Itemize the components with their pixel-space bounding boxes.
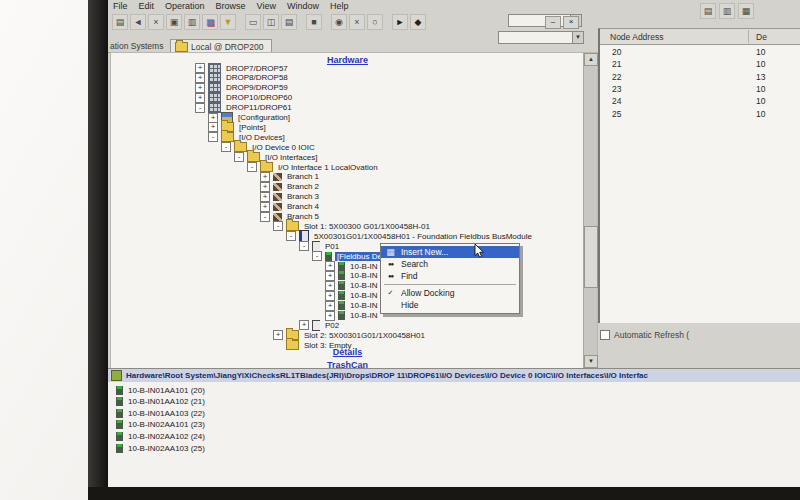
toolbar-printer-button[interactable]: ▤	[112, 14, 128, 30]
selected-path-bar[interactable]: Hardware\Root System\JiangYiXiChecksRL1T…	[108, 369, 800, 382]
panel-grid-button[interactable]: ▦	[738, 3, 754, 19]
hardware-title-link[interactable]: Hardware	[111, 55, 584, 65]
expand-toggle[interactable]: +	[273, 330, 283, 340]
device-list-item[interactable]: 10-B-IN02AA101 (23)	[116, 420, 205, 430]
menu-item-search[interactable]: ●●Search	[381, 258, 519, 270]
close-button[interactable]: ×	[563, 16, 579, 29]
toolbar-copy-page-button[interactable]: ▤	[281, 14, 297, 30]
expand-toggle[interactable]: +	[325, 301, 335, 311]
tree-row-branch-3[interactable]: +Branch 3	[260, 192, 321, 202]
panel-page-button[interactable]: ▤	[700, 3, 716, 19]
expand-toggle[interactable]: +	[195, 83, 205, 93]
device-list-item[interactable]: 10-B-IN02AA103 (25)	[116, 443, 205, 453]
tree-row-10-b-in[interactable]: +10-B-IN	[325, 271, 380, 281]
expand-toggle[interactable]: -	[234, 152, 244, 162]
menu-item-insert-new[interactable]: ▦Insert New...	[381, 246, 519, 258]
expand-toggle[interactable]: -	[286, 231, 296, 241]
expand-toggle[interactable]: +	[195, 73, 205, 83]
menu-view[interactable]: View	[257, 1, 276, 11]
toolbar-open-folder-button[interactable]: ▭	[245, 14, 261, 30]
column-node-address[interactable]: Node Address	[610, 32, 663, 42]
toolbar-copy-button[interactable]: ▣	[166, 14, 182, 30]
expand-toggle[interactable]: -	[260, 212, 270, 222]
tree-row-10-b-in[interactable]: +10-B-IN	[325, 261, 380, 271]
table-row[interactable]: 2213	[600, 72, 800, 84]
toolbar-undo-button[interactable]: ◄	[130, 14, 146, 30]
menu-item-find[interactable]: ●●Find	[381, 270, 519, 282]
table-row[interactable]: 2310	[600, 84, 800, 96]
device-list-item[interactable]: 10-B-IN01AA103 (22)	[116, 408, 205, 418]
toolbar-paste-button[interactable]: ▥	[184, 14, 200, 30]
toolbar-cut-button[interactable]: ×	[148, 14, 164, 30]
expand-toggle[interactable]: -	[299, 241, 309, 251]
tab-local-drop200[interactable]: Local @ DROP200	[170, 39, 272, 53]
toolbar-circle-button[interactable]: ○	[367, 14, 383, 30]
tree-row-i-o-device-0-ioic[interactable]: -I/O Device 0 IOIC	[221, 142, 317, 152]
menu-window[interactable]: Window	[287, 1, 319, 11]
device-list-item[interactable]: 10-B-IN01AA102 (21)	[116, 397, 205, 407]
scrollbar-thumb[interactable]	[584, 226, 598, 288]
scroll-up-button[interactable]: ▲	[584, 53, 598, 66]
toolbar-delete-button[interactable]: ×	[349, 14, 365, 30]
toolbar-board-button[interactable]: ■	[306, 14, 322, 30]
menu-edit[interactable]: Edit	[139, 1, 155, 11]
toolbar-run-button[interactable]: ►	[392, 14, 408, 30]
tree-row-points[interactable]: +[Points]	[208, 122, 268, 132]
expand-toggle[interactable]: +	[260, 172, 270, 182]
tree-row-branch-1[interactable]: +Branch 1	[260, 172, 321, 182]
tree-row-i-o-devices[interactable]: -[I/O Devices]	[208, 132, 287, 142]
menu-file[interactable]: File	[113, 1, 128, 11]
expand-toggle[interactable]: -	[312, 251, 322, 261]
menu-help[interactable]: Help	[330, 1, 349, 11]
tree-row-5x00301g01-1x00458h01-foundation-fieldbus-busmodule[interactable]: -5X00301G01/1X00458H01 - Foundation Fiel…	[286, 231, 534, 241]
expand-toggle[interactable]: -	[208, 132, 218, 142]
tree-row-10-b-in[interactable]: +10-B-IN	[325, 311, 380, 321]
expand-toggle[interactable]: +	[325, 271, 335, 281]
expand-toggle[interactable]: +	[208, 122, 218, 132]
expand-toggle[interactable]: +	[195, 93, 205, 103]
toolbar-navigate-button[interactable]: ◆	[410, 14, 426, 30]
expand-toggle[interactable]: -	[195, 103, 205, 113]
expand-toggle[interactable]: +	[195, 63, 205, 73]
device-list-item[interactable]: 10-B-IN01AA101 (20)	[116, 385, 205, 395]
tree-row-slot-2-5x00301g01-1x00458h01[interactable]: +Slot 2: 5X00301G01/1X00458H01	[273, 330, 427, 340]
tree-row-p01[interactable]: -P01	[299, 241, 341, 251]
tree-row-branch-4[interactable]: +Branch 4	[260, 202, 321, 212]
toolbar-palette-button[interactable]: ▦	[202, 14, 218, 30]
expand-toggle[interactable]: +	[299, 320, 309, 330]
column-device[interactable]: De	[756, 32, 767, 42]
table-row[interactable]: 2410	[600, 96, 800, 108]
expand-toggle[interactable]: +	[208, 113, 218, 123]
tree-scrollbar[interactable]: ▲ ▼	[583, 53, 597, 368]
menu-item-hide[interactable]: Hide	[381, 299, 519, 311]
menu-browse[interactable]: Browse	[216, 1, 246, 11]
expand-toggle[interactable]: +	[325, 311, 335, 321]
menu-operation[interactable]: Operation	[165, 1, 205, 11]
expand-toggle[interactable]: +	[325, 281, 335, 291]
expand-toggle[interactable]: -	[221, 142, 231, 152]
table-row[interactable]: 2110	[600, 59, 800, 71]
expand-toggle[interactable]: +	[260, 202, 270, 212]
automatic-refresh-checkbox[interactable]	[600, 330, 610, 340]
device-list-item[interactable]: 10-B-IN02AA102 (24)	[116, 431, 205, 441]
tree-row-drop11-drop61[interactable]: -DROP11/DROP61	[195, 103, 294, 113]
expand-toggle[interactable]: +	[325, 291, 335, 301]
tree-row-p02[interactable]: +P02	[299, 320, 341, 330]
table-row[interactable]: 2010	[600, 47, 800, 59]
panel-page2-button[interactable]: ▥	[719, 3, 735, 19]
details-link[interactable]: Details	[111, 347, 584, 357]
tree-row-10-b-in[interactable]: +10-B-IN	[325, 291, 380, 301]
tree-row-10-b-in[interactable]: +10-B-IN	[325, 301, 380, 311]
toolbar-export-button[interactable]: ◫	[263, 14, 279, 30]
expand-toggle[interactable]: +	[325, 261, 335, 271]
tree-row-i-o-interfaces[interactable]: -[I/O Interfaces]	[234, 152, 319, 162]
tree-row-10-b-in[interactable]: +10-B-IN	[325, 281, 380, 291]
toolbar-zoom-button[interactable]: ◉	[331, 14, 347, 30]
tree-row-branch-2[interactable]: +Branch 2	[260, 182, 321, 192]
expand-toggle[interactable]: -	[273, 221, 283, 231]
expand-toggle[interactable]: +	[260, 182, 270, 192]
tree-row-slot-1-5x00300-g01-1x00458h-01[interactable]: -Slot 1: 5X00300 G01/1X00458H-01	[273, 221, 432, 231]
minimize-button[interactable]: –	[545, 16, 561, 29]
tree-row-i-o-interface-1-localovation[interactable]: -I/O Interface 1 LocalOvation	[247, 162, 380, 172]
table-row[interactable]: 2510	[600, 109, 800, 121]
